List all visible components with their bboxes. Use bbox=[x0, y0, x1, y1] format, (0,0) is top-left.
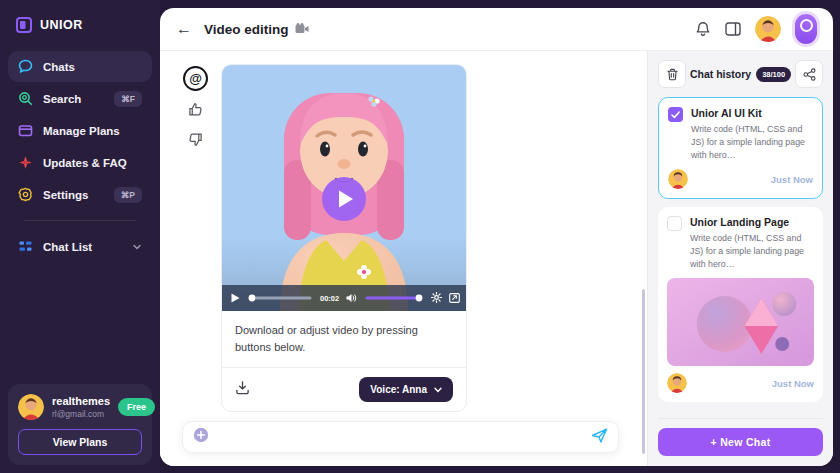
sidebar-item-label: Settings bbox=[43, 189, 88, 201]
app-name: UNIOR bbox=[40, 18, 83, 32]
user-plan-card: realthemes rl@gmail.com Free View Plans bbox=[8, 384, 152, 465]
user-email: rl@gmail.com bbox=[52, 409, 110, 419]
chevron-down-icon bbox=[132, 242, 142, 252]
sidebar-item-label: Chat List bbox=[43, 241, 92, 253]
card-icon bbox=[18, 123, 33, 138]
chat-card-time: Just Now bbox=[771, 174, 813, 185]
search-icon bbox=[18, 91, 33, 106]
left-sidebar: UNIOR Chats Search ⌘F Manage Plans bbox=[0, 0, 160, 473]
download-icon[interactable] bbox=[235, 380, 250, 399]
checkbox-unchecked[interactable] bbox=[667, 216, 682, 231]
settings-gear-icon bbox=[18, 187, 33, 202]
shortcut-badge: ⌘P bbox=[114, 187, 142, 203]
video-time: 00:02 bbox=[320, 294, 339, 303]
message-text: Download or adjust video by pressing but… bbox=[222, 311, 466, 367]
bot-message: @ bbox=[182, 64, 467, 412]
attach-plus-icon[interactable] bbox=[193, 427, 209, 447]
sidebar-item-chat-list[interactable]: Chat List bbox=[8, 231, 152, 262]
thumbs-down-icon[interactable] bbox=[188, 132, 203, 151]
grid-list-icon bbox=[18, 239, 33, 254]
sidebar-item-settings[interactable]: Settings ⌘P bbox=[8, 179, 152, 210]
participant-avatar bbox=[667, 373, 687, 393]
ai-assistant-button[interactable] bbox=[795, 14, 817, 44]
chat-card-title: Unior Landing Page bbox=[690, 216, 814, 230]
trash-icon bbox=[666, 68, 679, 81]
ai-ring-icon bbox=[800, 19, 813, 32]
checkbox-checked[interactable] bbox=[668, 107, 683, 122]
notifications-bell-icon[interactable] bbox=[695, 21, 711, 37]
chat-bubble-icon bbox=[18, 59, 33, 74]
delete-chats-button[interactable] bbox=[658, 60, 686, 88]
plan-badge: Free bbox=[118, 398, 155, 416]
sidebar-item-label: Updates & FAQ bbox=[43, 157, 127, 169]
message-input[interactable] bbox=[217, 430, 583, 444]
user-name: realthemes bbox=[52, 395, 110, 408]
sidebar-item-search[interactable]: Search ⌘F bbox=[8, 83, 152, 114]
play-control-icon[interactable] bbox=[231, 289, 240, 307]
sidebar-item-chats[interactable]: Chats bbox=[8, 51, 152, 82]
play-button[interactable] bbox=[321, 176, 367, 226]
share-button[interactable] bbox=[795, 60, 823, 88]
sidebar-divider bbox=[24, 220, 136, 221]
page-title: Video editing bbox=[204, 22, 309, 37]
usage-badge: 38/100 bbox=[756, 67, 791, 82]
sidebar-menu: Chats Search ⌘F Manage Plans bbox=[0, 43, 160, 262]
sidebar-item-manage-plans[interactable]: Manage Plans bbox=[8, 115, 152, 146]
video-player[interactable]: 00:02 bbox=[222, 65, 466, 311]
toggle-panel-icon[interactable] bbox=[725, 22, 741, 36]
participant-avatar bbox=[668, 169, 688, 189]
video-settings-gear-icon[interactable] bbox=[431, 289, 442, 307]
sparkle-burst-icon bbox=[18, 155, 33, 170]
chat-card-unior-landing-page[interactable]: Unior Landing Page Write code (HTML, CSS… bbox=[658, 207, 823, 402]
chat-history-panel: Chat history 38/100 Unior AI UI Kit bbox=[647, 51, 833, 466]
view-plans-button[interactable]: View Plans bbox=[18, 429, 142, 455]
header-user-avatar[interactable] bbox=[755, 16, 781, 42]
chat-card-time: Just Now bbox=[772, 378, 814, 389]
user-avatar bbox=[18, 394, 44, 420]
chat-card-thumbnail bbox=[667, 278, 814, 366]
unior-logo-icon bbox=[16, 17, 32, 33]
sidebar-item-label: Manage Plans bbox=[43, 125, 120, 137]
panel-footer: + New Chat bbox=[658, 418, 823, 456]
voice-select-button[interactable]: Voice: Anna bbox=[359, 377, 453, 402]
chat-card-desc: Write code (HTML, CSS and JS) for a simp… bbox=[691, 123, 813, 163]
chat-card-title: Unior AI UI Kit bbox=[691, 107, 813, 121]
pip-icon[interactable] bbox=[449, 289, 460, 307]
progress-slider[interactable] bbox=[247, 294, 313, 302]
message-composer bbox=[182, 421, 619, 453]
chat-card-unior-ai-ui-kit[interactable]: Unior AI UI Kit Write code (HTML, CSS an… bbox=[658, 97, 823, 199]
chat-area: @ bbox=[160, 51, 647, 466]
app-logo: UNIOR bbox=[0, 0, 160, 43]
chat-history-header: Chat history 38/100 bbox=[658, 60, 823, 88]
chat-scrollbar[interactable] bbox=[642, 289, 645, 454]
bot-avatar: @ bbox=[183, 66, 208, 91]
shortcut-badge: ⌘F bbox=[114, 91, 142, 107]
back-button[interactable]: ← bbox=[176, 21, 192, 37]
share-icon bbox=[803, 68, 816, 81]
main-window: ← Video editing bbox=[160, 8, 833, 466]
chat-history-list: Unior AI UI Kit Write code (HTML, CSS an… bbox=[658, 97, 823, 410]
chevron-down-icon bbox=[434, 387, 442, 393]
movie-camera-icon bbox=[295, 23, 309, 35]
page-header: ← Video editing bbox=[160, 8, 833, 51]
volume-icon[interactable] bbox=[346, 289, 357, 307]
video-controls-bar: 00:02 bbox=[222, 285, 466, 311]
video-message-card: 00:02 bbox=[221, 64, 467, 412]
sidebar-item-updates-faq[interactable]: Updates & FAQ bbox=[8, 147, 152, 178]
panel-title: Chat history bbox=[690, 68, 751, 80]
thumbs-up-icon[interactable] bbox=[188, 102, 203, 121]
message-actions: Voice: Anna bbox=[222, 367, 466, 411]
send-icon[interactable] bbox=[591, 428, 608, 447]
volume-slider[interactable] bbox=[364, 294, 424, 302]
sidebar-item-label: Chats bbox=[43, 61, 75, 73]
sidebar-item-label: Search bbox=[43, 93, 81, 105]
chat-card-desc: Write code (HTML, CSS and JS) for a simp… bbox=[690, 232, 814, 272]
new-chat-button[interactable]: + New Chat bbox=[658, 428, 823, 456]
